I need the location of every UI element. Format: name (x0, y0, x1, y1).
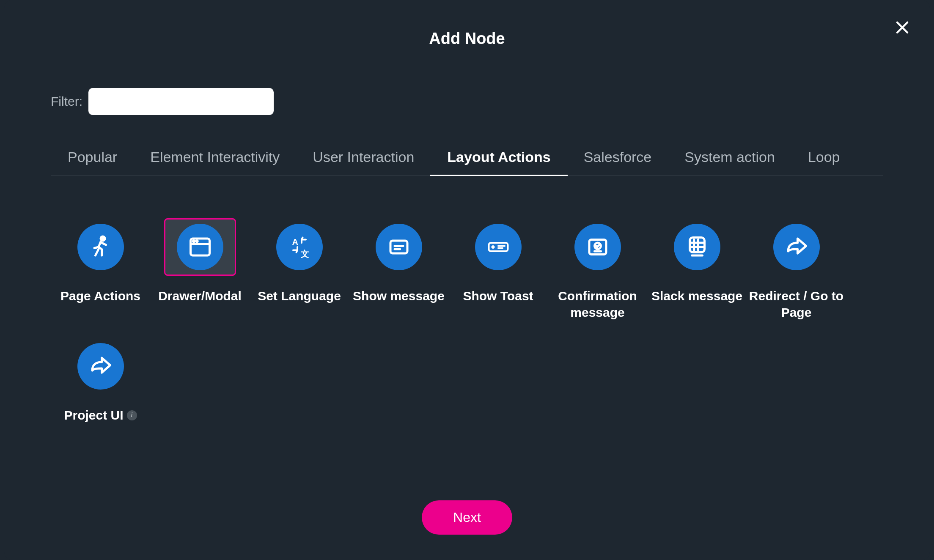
node-icon-wrap (562, 218, 634, 276)
tab-user-interaction[interactable]: User Interaction (313, 149, 414, 176)
translate-icon: A 文 (287, 234, 312, 260)
next-button[interactable]: Next (422, 500, 512, 535)
redirect-arrow-icon (88, 354, 113, 379)
node-icon-wrap (363, 218, 435, 276)
node-icon-circle: A 文 (276, 224, 323, 270)
modal-title: Add Node (51, 30, 883, 48)
node-slack-message[interactable]: Slack message (647, 214, 747, 321)
filter-row: Filter: (51, 88, 883, 115)
confirm-box-icon (585, 234, 610, 260)
tabs: Popular Element Interactivity User Inter… (51, 149, 883, 176)
message-box-icon (386, 234, 412, 260)
tab-popular[interactable]: Popular (68, 149, 117, 176)
svg-point-5 (193, 241, 195, 242)
add-node-modal: Add Node Filter: Popular Element Interac… (4, 0, 930, 560)
node-label: Show Toast (463, 288, 533, 304)
node-icon-circle (674, 224, 720, 270)
info-icon[interactable]: i (127, 410, 137, 420)
node-icon-circle (77, 224, 124, 270)
tab-loop[interactable]: Loop (808, 149, 840, 176)
tab-salesforce[interactable]: Salesforce (584, 149, 652, 176)
svg-text:A: A (292, 237, 298, 247)
svg-point-2 (101, 236, 105, 241)
node-show-message[interactable]: Show message (349, 214, 448, 321)
running-person-icon (88, 234, 113, 260)
tab-element-interactivity[interactable]: Element Interactivity (150, 149, 280, 176)
node-confirmation-message[interactable]: Confirmation message (548, 214, 647, 321)
node-label: Page Actions (60, 288, 140, 304)
toast-icon (486, 234, 511, 260)
node-show-toast[interactable]: Show Toast (448, 214, 548, 321)
node-icon-circle (177, 224, 223, 270)
node-label: Slack message (651, 288, 742, 304)
node-icon-wrap (164, 218, 236, 276)
tab-system-action[interactable]: System action (684, 149, 775, 176)
filter-input[interactable] (88, 88, 274, 115)
node-label-text: Project UI (64, 407, 123, 423)
node-icon-wrap (462, 218, 534, 276)
node-label: Redirect / Go to Page (747, 288, 846, 321)
close-icon (895, 20, 910, 35)
node-icon-circle (376, 224, 422, 270)
tab-layout-actions[interactable]: Layout Actions (447, 149, 550, 176)
slack-icon (684, 234, 710, 260)
node-icon-circle (574, 224, 621, 270)
filter-label: Filter: (51, 94, 82, 109)
nodes-grid: Page Actions Drawer/Modal A (51, 214, 883, 423)
node-icon-wrap (65, 338, 137, 395)
node-page-actions[interactable]: Page Actions (51, 214, 150, 321)
node-label: Show message (353, 288, 445, 304)
close-button[interactable] (894, 19, 911, 36)
node-icon-circle (475, 224, 522, 270)
svg-text:文: 文 (300, 249, 309, 258)
node-project-ui[interactable]: Project UI i (51, 333, 150, 423)
node-icon-wrap (761, 218, 832, 276)
node-icon-wrap (661, 218, 733, 276)
node-label: Confirmation message (548, 288, 647, 321)
modal-footer: Next (4, 500, 930, 535)
node-label: Drawer/Modal (158, 288, 242, 304)
node-label: Set Language (258, 288, 341, 304)
node-label: Project UI i (64, 407, 137, 423)
node-drawer-modal[interactable]: Drawer/Modal (150, 214, 250, 321)
browser-window-icon (187, 234, 213, 260)
node-set-language[interactable]: A 文 Set Language (250, 214, 349, 321)
node-icon-circle (773, 224, 820, 270)
node-redirect[interactable]: Redirect / Go to Page (747, 214, 846, 321)
svg-point-6 (196, 241, 198, 242)
node-icon-circle (77, 343, 124, 390)
node-icon-wrap (65, 218, 137, 276)
node-icon-wrap: A 文 (264, 218, 335, 276)
redirect-arrow-icon (784, 234, 809, 260)
